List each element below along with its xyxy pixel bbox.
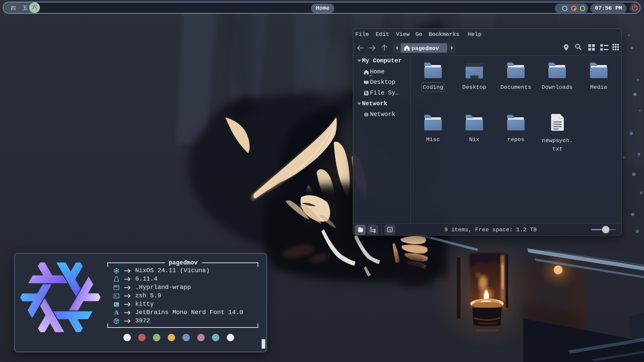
svg-text:pagedmov: pagedmov	[412, 45, 439, 52]
svg-text:A: A	[114, 309, 119, 316]
